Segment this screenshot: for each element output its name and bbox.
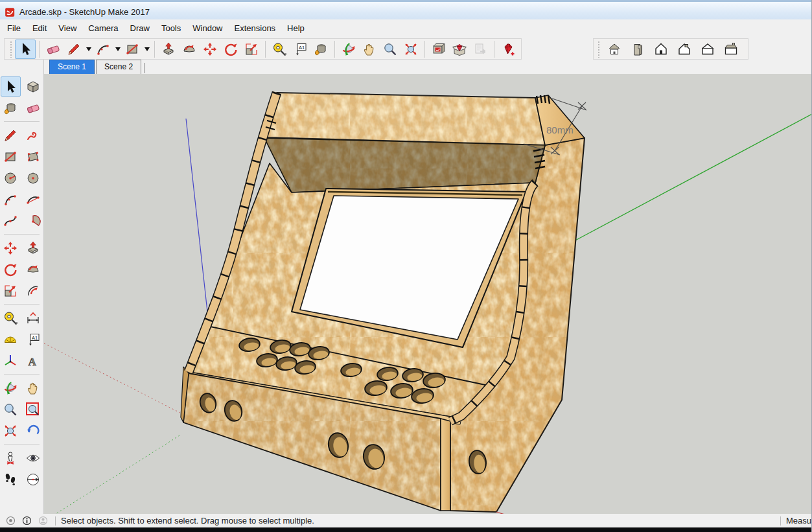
zoom-button[interactable] xyxy=(380,40,400,59)
eraser-icon xyxy=(45,41,61,57)
svg-text:A: A xyxy=(29,355,37,367)
3d-text-tool-button[interactable]: A xyxy=(23,351,43,371)
eraser-button[interactable] xyxy=(43,40,64,59)
scene-tab-2[interactable]: Scene 2 xyxy=(96,60,141,74)
arc-button[interactable] xyxy=(93,40,113,59)
eraser-tool-button[interactable] xyxy=(23,98,43,118)
model-drawing: 80mm xyxy=(44,74,812,514)
freehand-tool-button[interactable] xyxy=(23,125,43,145)
follow-me-tool-button[interactable] xyxy=(23,259,43,279)
rectangle-tool-button[interactable] xyxy=(1,146,21,167)
position-camera-tool-button[interactable] xyxy=(1,448,21,468)
scale-tool-button[interactable] xyxy=(1,281,21,301)
toolbar-separator xyxy=(39,41,40,58)
rotated-rectangle-tool-button[interactable] xyxy=(23,146,43,167)
zoom-extents-tool-button[interactable] xyxy=(1,421,21,441)
two-point-arc-tool-button[interactable] xyxy=(23,189,43,209)
scene-tab-1[interactable]: Scene 1 xyxy=(49,60,95,74)
circle-tool-button[interactable] xyxy=(1,168,21,188)
scale-button[interactable] xyxy=(241,40,262,59)
section-plane-tool-button[interactable] xyxy=(23,469,43,489)
select-button[interactable] xyxy=(15,40,36,59)
menu-extensions[interactable]: Extensions xyxy=(229,21,282,36)
view-right-button[interactable] xyxy=(719,40,743,59)
rotate-button[interactable] xyxy=(220,40,241,59)
move-button[interactable] xyxy=(200,40,220,59)
three-point-arc-tool-button[interactable] xyxy=(1,211,21,231)
previous-tool-button[interactable] xyxy=(23,421,43,441)
arc-tool-button[interactable] xyxy=(1,189,21,209)
zoom-tool-button[interactable] xyxy=(1,399,21,419)
sign-in-button[interactable] xyxy=(38,515,49,526)
polygon-tool-button[interactable] xyxy=(23,168,43,188)
tape-measure-button[interactable] xyxy=(269,40,290,59)
palette-row xyxy=(0,399,43,419)
view-left-icon xyxy=(700,41,715,57)
share-model-button[interactable] xyxy=(470,40,491,59)
move-tool-button[interactable] xyxy=(1,238,21,258)
views-toolbar-grip[interactable] xyxy=(597,41,600,58)
pan-tool-button[interactable] xyxy=(23,378,43,398)
sketchup-logo-icon xyxy=(5,7,16,17)
rotate-tool-button[interactable] xyxy=(1,259,21,279)
menu-edit[interactable]: Edit xyxy=(27,21,52,36)
menu-draw[interactable]: Draw xyxy=(124,21,156,36)
view-iso-button[interactable] xyxy=(603,40,626,59)
make-component-icon xyxy=(25,79,41,95)
push-pull-tool-button[interactable] xyxy=(23,238,43,258)
paint-bucket-tool-button[interactable] xyxy=(1,98,21,118)
credits-button[interactable] xyxy=(21,515,32,526)
arcade-cabinet-model[interactable] xyxy=(181,93,585,512)
zoom-extents-icon xyxy=(3,423,18,439)
view-back-button[interactable] xyxy=(673,40,696,59)
title-bar[interactable]: Arcade.skp - SketchUp Make 2017 xyxy=(0,0,811,19)
text-button[interactable]: A1 xyxy=(290,40,310,59)
look-around-tool-button[interactable] xyxy=(23,448,43,468)
chevron-down-icon xyxy=(145,47,150,51)
arc-dropdown[interactable] xyxy=(113,40,122,58)
line-tool-button[interactable] xyxy=(1,125,21,145)
menu-view[interactable]: View xyxy=(52,21,82,36)
axes-tool-button[interactable] xyxy=(1,351,21,371)
offset-tool-button[interactable] xyxy=(23,281,43,301)
get-models-button[interactable] xyxy=(428,40,449,59)
menu-file[interactable]: File xyxy=(1,21,27,36)
tape-measure-icon xyxy=(3,310,18,326)
view-front-button[interactable] xyxy=(649,40,673,59)
rectangle-dropdown[interactable] xyxy=(143,40,151,58)
make-component-tool-button[interactable] xyxy=(23,76,43,97)
paint-bucket-button[interactable] xyxy=(310,40,331,59)
orbit-tool-button[interactable] xyxy=(1,378,21,398)
text-tool-button[interactable]: A1 xyxy=(23,329,43,349)
palette-row xyxy=(0,168,43,188)
follow-me-button[interactable] xyxy=(179,40,200,59)
orbit-button[interactable] xyxy=(338,40,359,59)
rectangle-button[interactable] xyxy=(122,40,143,59)
view-top-button[interactable] xyxy=(626,40,649,59)
menu-tools[interactable]: Tools xyxy=(156,21,187,36)
toolbar-grip[interactable] xyxy=(10,41,12,58)
zoom-extents-button[interactable] xyxy=(400,40,421,59)
protractor-tool-button[interactable] xyxy=(1,329,21,349)
menu-camera[interactable]: Camera xyxy=(82,21,124,36)
zoom-window-tool-button[interactable] xyxy=(23,399,43,419)
line-button[interactable] xyxy=(64,40,84,59)
viewport-canvas[interactable]: 80mm xyxy=(44,74,812,514)
menu-help[interactable]: Help xyxy=(281,21,310,36)
view-left-button[interactable] xyxy=(696,40,719,59)
extension-warehouse-button[interactable] xyxy=(449,40,470,59)
install-extension-button[interactable] xyxy=(498,40,518,59)
line-dropdown[interactable] xyxy=(84,40,93,58)
palette-divider xyxy=(4,444,40,445)
tape-measure-tool-button[interactable] xyxy=(1,308,21,328)
geolocation-button[interactable] xyxy=(5,515,16,526)
dimension-tool-button[interactable] xyxy=(23,308,43,328)
walk-tool-button[interactable] xyxy=(1,469,21,489)
select-tool-button[interactable] xyxy=(1,76,21,97)
pie-tool-button[interactable] xyxy=(23,211,43,231)
push-pull-button[interactable] xyxy=(158,40,179,59)
offset-icon xyxy=(25,283,41,299)
dimension-label: 80mm xyxy=(546,124,574,135)
menu-window[interactable]: Window xyxy=(187,21,228,36)
pan-button[interactable] xyxy=(359,40,380,59)
